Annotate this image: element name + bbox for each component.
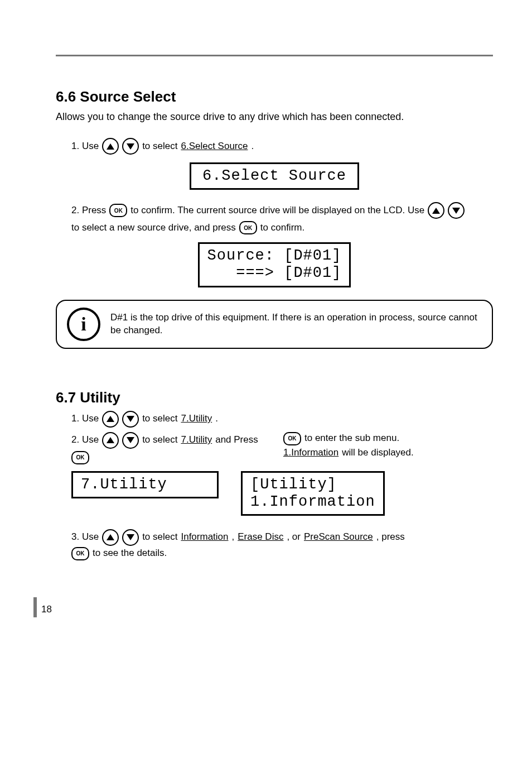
step-2: 2. Press OK to confirm. The current sour… [71, 202, 493, 234]
step-text: to enter the sub menu. [304, 432, 399, 445]
step-text: to confirm. The current source drive wil… [130, 204, 424, 217]
link-select-source: 6.Select Source [181, 140, 248, 153]
link-information: 1.Information [283, 447, 338, 459]
step-text: , or [287, 531, 301, 544]
link-information: Information [181, 531, 228, 544]
step-text: to select [142, 531, 177, 544]
lcd-select-source: 6.Select Source [190, 162, 359, 190]
step-text: , press [376, 531, 405, 544]
step-text: to see the details. [93, 547, 167, 560]
ok-icon: OK [71, 451, 89, 464]
step-text: . [251, 140, 254, 153]
step-text: . [215, 412, 218, 425]
divider [56, 55, 493, 56]
ok-icon: OK [283, 432, 301, 445]
up-icon [102, 138, 119, 155]
step-text: to select a new source drive, and press [71, 222, 236, 234]
step-3-b: 3. Use to select Information , Erase Dis… [71, 529, 493, 560]
step-text: to confirm. [260, 222, 304, 234]
info-icon: i [67, 308, 100, 341]
up-icon [428, 202, 444, 219]
down-icon [122, 138, 139, 155]
info-text: D#1 is the top drive of this equipment. … [110, 311, 482, 337]
down-icon [122, 432, 139, 449]
up-icon [102, 529, 119, 546]
down-icon [448, 202, 465, 219]
ok-icon: OK [71, 547, 89, 560]
step-text: to select [142, 412, 177, 425]
section-title: 6.6 Source Select [56, 87, 493, 107]
link-utility: 7.Utility [181, 434, 212, 447]
step-text: to select [142, 140, 177, 153]
info-callout: i D#1 is the top drive of this equipment… [56, 300, 493, 349]
step-text: 2. Use [71, 434, 99, 447]
up-icon [102, 432, 119, 449]
step-text: 3. Use [71, 531, 99, 544]
lcd-utility-info: [Utility] 1.Information [241, 471, 385, 516]
step-text: to select [142, 434, 177, 447]
step-2-left: 2. Use to select 7.Utility and Press OK [71, 431, 261, 466]
up-icon [102, 411, 119, 428]
step-text: and Press [215, 434, 258, 447]
lcd-utility: 7.Utility [71, 471, 219, 498]
step-1-b: 1. Use to select 7.Utility . [71, 411, 493, 428]
section-subtitle: Allows you to change the source drive to… [56, 110, 493, 123]
step-2-right: OK to enter the sub menu. 1.Information … [283, 431, 414, 460]
step-text: will be displayed. [342, 447, 414, 459]
page-accent [33, 597, 37, 617]
down-icon [122, 411, 139, 428]
step-text: 1. Use [71, 412, 99, 425]
link-erase-disc: Erase Disc [238, 531, 283, 544]
step-text: , [232, 531, 235, 544]
step-text: 2. Press [71, 204, 106, 217]
step-text: 1. Use [71, 140, 99, 153]
ok-icon: OK [109, 204, 127, 217]
section-title: 6.7 Utility [56, 388, 493, 407]
lcd-source-d01: Source: [D#01] ===> [D#01] [198, 242, 351, 287]
down-icon [122, 529, 139, 546]
link-utility: 7.Utility [181, 412, 212, 425]
ok-icon: OK [239, 221, 257, 234]
link-prescan-source: PreScan Source [304, 531, 373, 544]
step-1: 1. Use to select 6.Select Source . [71, 138, 493, 155]
page-number: 18 [41, 603, 52, 616]
